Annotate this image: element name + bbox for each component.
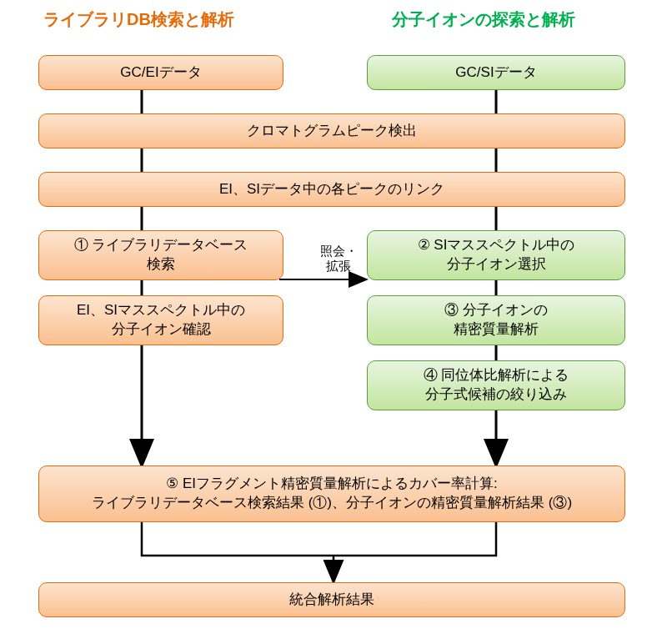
box-chromato: クロマトグラムピーク検出 <box>38 113 625 148</box>
box-si-select-l1: ② SIマススペクトル中の <box>418 236 575 255</box>
box-ion-confirm: EI、SIマススペクトル中の 分子イオン確認 <box>38 295 283 345</box>
box-ion-confirm-l1: EI、SIマススペクトル中の <box>77 301 245 320</box>
box-precise-l1: ③ 分子イオンの <box>444 301 548 320</box>
annotation-shoukai: 照会・ 拡張 <box>313 244 364 274</box>
box-si-select-l2: 分子イオン選択 <box>447 255 546 274</box>
header-ion: 分子イオンの探索と解析 <box>392 8 575 31</box>
box-gc-ei: GC/EIデータ <box>38 55 283 90</box>
annotation-l1: 照会・ <box>320 244 358 258</box>
box-lib-search: ① ライブラリデータベース 検索 <box>38 230 283 280</box>
box-fragment-l1: ⑤ EIフラグメント精密質量解析によるカバー率計算: <box>166 475 498 494</box>
box-precise-l2: 精密質量解析 <box>454 320 539 340</box>
box-precise: ③ 分子イオンの 精密質量解析 <box>367 295 625 345</box>
box-si-select: ② SIマススペクトル中の 分子イオン選択 <box>367 230 625 280</box>
header-library: ライブラリDB検索と解析 <box>43 8 234 31</box>
box-isotope-l2: 分子式候補の絞り込み <box>425 385 567 405</box>
box-gc-ei-label: GC/EIデータ <box>120 63 201 83</box>
box-result: 統合解析結果 <box>38 582 625 617</box>
box-chromato-label: クロマトグラムピーク検出 <box>247 122 417 141</box>
box-lib-search-l1: ① ライブラリデータベース <box>74 236 248 255</box>
box-lib-search-l2: 検索 <box>147 255 175 274</box>
box-gc-si-label: GC/SIデータ <box>455 63 536 83</box>
box-ion-confirm-l2: 分子イオン確認 <box>112 320 211 340</box>
box-gc-si: GC/SIデータ <box>367 55 625 90</box>
box-isotope: ④ 同位体比解析による 分子式候補の絞り込み <box>367 360 625 410</box>
box-link: EI、SIデータ中の各ピークのリンク <box>38 172 625 207</box>
box-result-label: 統合解析結果 <box>289 591 374 610</box>
annotation-l2: 拡張 <box>326 259 351 273</box>
box-link-label: EI、SIデータ中の各ピークのリンク <box>219 180 444 199</box>
box-fragment: ⑤ EIフラグメント精密質量解析によるカバー率計算: ライブラリデータベース検索… <box>38 465 625 522</box>
box-isotope-l1: ④ 同位体比解析による <box>424 366 569 385</box>
box-fragment-l2: ライブラリデータベース検索結果 (①)、分子イオンの精密質量解析結果 (③) <box>92 494 572 513</box>
